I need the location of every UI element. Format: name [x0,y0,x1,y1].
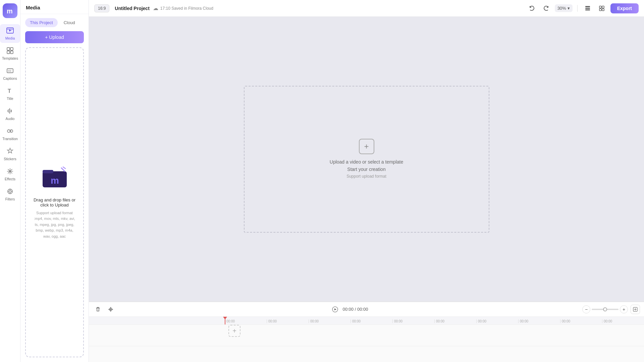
svg-text:CC: CC [8,70,11,72]
svg-rect-27 [602,6,604,8]
preview-line3: Support upload format [330,173,403,180]
ruler-mark-4: 00:00 [392,319,434,323]
zoom-control[interactable]: 30% ▾ [555,4,573,12]
ruler-mark-2: 00:00 [309,319,351,323]
settings-icon-btn[interactable] [596,3,607,14]
transition-icon [6,127,14,136]
svg-text:m: m [51,175,59,186]
total-time: 00:00 [357,307,368,312]
sidebar-item-effects[interactable]: Effects [0,165,20,184]
timeline-ruler: 00:00 00:00 00:00 00:00 00:00 00:00 00:0… [89,317,644,325]
clip-settings-button[interactable] [106,304,116,314]
ruler-mark-8: 00:00 [560,319,602,323]
delete-clip-button[interactable] [93,304,103,314]
preview-line2: Start your creation [330,166,403,173]
zoom-slider-handle[interactable] [603,307,607,311]
ruler-mark-1: 00:00 [267,319,309,323]
preview-placeholder-text: Upload a video or select a template Star… [330,158,403,180]
sidebar-item-filters[interactable]: Filters [0,185,20,204]
current-time: 00:00 [343,307,354,312]
svg-point-13 [9,170,11,172]
sidebar-item-audio[interactable]: Audio [0,105,20,123]
export-button[interactable]: Export [610,3,639,13]
ruler-mark-3: 00:00 [351,319,392,323]
captions-icon: CC [6,67,14,75]
ruler-mark-6: 00:00 [476,319,518,323]
sidebar-item-title[interactable]: T Title [0,84,20,103]
track-body: + [224,325,644,346]
media-icon [6,27,14,35]
tab-this-project[interactable]: This Project [25,18,58,27]
ruler-mark-9: 00:00 [602,319,644,323]
transition-label: Transition [2,137,18,141]
aspect-ratio-badge[interactable]: 16:9 [94,4,109,12]
timeline-right: − + [582,305,640,314]
expand-timeline-button[interactable] [631,305,640,314]
undo-button[interactable] [527,3,537,14]
layout-icon-btn[interactable] [582,3,593,14]
svg-rect-23 [585,6,590,7]
preview-area: + Upload a video or select a template St… [89,17,644,302]
svg-rect-21 [43,170,53,173]
svg-text:T: T [8,88,11,94]
timeline: 00:00 / 00:00 − + [89,302,644,362]
upload-formats-text: Support upload format :mp4, mov, mts, mk… [33,210,76,240]
media-panel-title: Media [20,0,89,14]
stickers-label: Stickers [4,157,16,161]
play-button[interactable] [330,304,340,314]
timeline-toolbar: 00:00 / 00:00 − + [89,302,644,317]
svg-rect-25 [585,9,590,10]
sidebar-item-media[interactable]: Media [0,24,20,43]
timeline-tracks: + [89,325,644,346]
timeline-track-area: 00:00 00:00 00:00 00:00 00:00 00:00 00:0… [89,317,644,362]
sidebar-item-templates[interactable]: Templates [0,44,20,63]
svg-rect-26 [599,6,601,8]
top-bar: 16:9 Untitled Project ☁ 17:10 Saved in F… [89,0,644,17]
tab-cloud[interactable]: Cloud [59,18,80,27]
upload-dropzone[interactable]: m Drag and drop files or click to Upload… [25,47,84,357]
title-label: Title [7,97,13,101]
ruler-mark-7: 00:00 [518,319,560,323]
chevron-down-icon: ▾ [568,6,570,11]
save-status-text: 17:10 Saved in Filmora Cloud [160,6,213,11]
effects-icon [6,168,14,176]
preview-canvas: + Upload a video or select a template St… [244,86,489,233]
svg-rect-28 [599,9,601,11]
captions-label: Captions [3,76,17,80]
svg-point-15 [9,190,11,192]
playhead [225,317,225,324]
cloud-status: ☁ 17:10 Saved in Filmora Cloud [153,5,213,11]
svg-rect-6 [10,51,13,54]
effects-label: Effects [5,177,15,181]
sidebar-item-captions[interactable]: CC Captions [0,64,20,83]
svg-point-11 [7,130,10,132]
stickers-icon [6,147,14,156]
audio-icon [6,107,14,116]
add-media-icon[interactable]: + [359,139,374,154]
ruler-mark-0: 00:00 [225,319,267,323]
folder-icon: m [41,165,68,193]
svg-rect-5 [7,51,10,54]
svg-rect-29 [602,9,604,11]
app-logo: m [3,3,17,18]
media-panel: Media This Project Cloud + Upload m Drag… [20,0,89,362]
templates-label: Templates [2,56,18,60]
filters-icon [6,188,14,196]
ruler-mark-5: 00:00 [434,319,476,323]
templates-icon [6,47,14,55]
project-title: Untitled Project [115,6,149,11]
filters-label: Filters [5,197,15,201]
add-clip-button[interactable]: + [228,325,240,337]
redo-button[interactable] [541,3,551,14]
zoom-out-button[interactable]: − [582,305,590,313]
timeline-center: 00:00 / 00:00 [118,304,580,314]
sidebar-item-stickers[interactable]: Stickers [0,145,20,164]
svg-rect-4 [10,48,13,50]
preview-line1: Upload a video or select a template [330,158,403,166]
zoom-in-button[interactable]: + [620,305,628,313]
zoom-slider-track[interactable] [592,309,619,310]
time-separator: / [355,307,357,312]
title-icon: T [6,87,14,96]
sidebar-item-transition[interactable]: Transition [0,125,20,143]
upload-button[interactable]: + Upload [25,31,84,43]
